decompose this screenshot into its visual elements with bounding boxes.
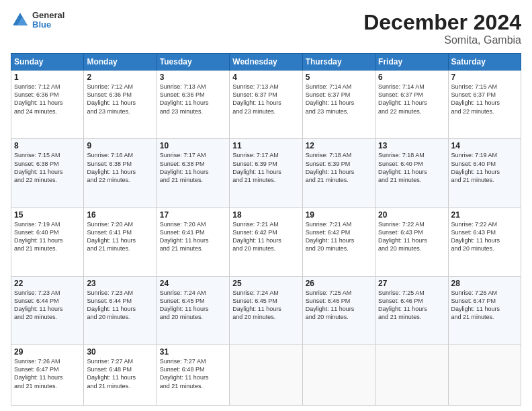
calendar-cell: 25Sunrise: 7:24 AM Sunset: 6:45 PM Dayli… [230, 276, 302, 345]
cell-info: Sunrise: 7:21 AM Sunset: 6:42 PM Dayligh… [232, 220, 299, 253]
weekday-header-row: SundayMondayTuesdayWednesdayThursdayFrid… [11, 54, 521, 71]
day-number: 14 [451, 141, 518, 150]
cell-info: Sunrise: 7:14 AM Sunset: 6:37 PM Dayligh… [306, 83, 372, 116]
calendar-cell: 15Sunrise: 7:19 AM Sunset: 6:40 PM Dayli… [11, 208, 84, 276]
day-number: 7 [451, 73, 518, 82]
calendar-cell: 7Sunrise: 7:15 AM Sunset: 6:37 PM Daylig… [448, 71, 521, 139]
week-row-2: 8Sunrise: 7:15 AM Sunset: 6:38 PM Daylig… [11, 139, 521, 208]
day-number: 6 [378, 73, 445, 82]
cell-info: Sunrise: 7:15 AM Sunset: 6:37 PM Dayligh… [451, 83, 518, 116]
day-number: 5 [306, 73, 372, 82]
cell-info: Sunrise: 7:25 AM Sunset: 6:46 PM Dayligh… [306, 289, 372, 322]
cell-info: Sunrise: 7:17 AM Sunset: 6:38 PM Dayligh… [160, 151, 226, 184]
title-block: December 2024 Somita, Gambia [363, 11, 521, 46]
calendar-cell [375, 345, 448, 406]
calendar-cell: 22Sunrise: 7:23 AM Sunset: 6:44 PM Dayli… [11, 276, 84, 345]
day-number: 1 [14, 73, 81, 82]
cell-info: Sunrise: 7:19 AM Sunset: 6:40 PM Dayligh… [451, 151, 518, 184]
calendar-cell: 27Sunrise: 7:25 AM Sunset: 6:46 PM Dayli… [375, 276, 448, 345]
calendar-table: SundayMondayTuesdayWednesdayThursdayFrid… [11, 53, 521, 406]
day-number: 13 [378, 141, 445, 150]
calendar-cell: 5Sunrise: 7:14 AM Sunset: 6:37 PM Daylig… [302, 71, 375, 139]
cell-info: Sunrise: 7:20 AM Sunset: 6:41 PM Dayligh… [160, 220, 226, 253]
calendar-cell: 30Sunrise: 7:27 AM Sunset: 6:48 PM Dayli… [84, 345, 157, 406]
day-number: 12 [306, 141, 372, 150]
calendar-cell: 19Sunrise: 7:21 AM Sunset: 6:42 PM Dayli… [302, 208, 375, 276]
cell-info: Sunrise: 7:23 AM Sunset: 6:44 PM Dayligh… [87, 289, 153, 322]
day-number: 23 [87, 279, 153, 288]
cell-info: Sunrise: 7:15 AM Sunset: 6:38 PM Dayligh… [14, 151, 81, 184]
calendar-cell: 29Sunrise: 7:26 AM Sunset: 6:47 PM Dayli… [11, 345, 84, 406]
cell-info: Sunrise: 7:18 AM Sunset: 6:39 PM Dayligh… [306, 151, 372, 184]
day-number: 19 [306, 210, 372, 220]
day-number: 29 [14, 347, 81, 357]
calendar-cell: 1Sunrise: 7:12 AM Sunset: 6:36 PM Daylig… [11, 71, 84, 139]
calendar-cell: 9Sunrise: 7:16 AM Sunset: 6:38 PM Daylig… [84, 139, 157, 208]
day-number: 28 [451, 279, 518, 288]
cell-info: Sunrise: 7:20 AM Sunset: 6:41 PM Dayligh… [87, 220, 153, 253]
cell-info: Sunrise: 7:26 AM Sunset: 6:47 PM Dayligh… [451, 289, 518, 322]
cell-info: Sunrise: 7:22 AM Sunset: 6:43 PM Dayligh… [451, 220, 518, 253]
cell-info: Sunrise: 7:27 AM Sunset: 6:48 PM Dayligh… [160, 357, 226, 390]
day-number: 15 [14, 210, 81, 220]
cell-info: Sunrise: 7:13 AM Sunset: 6:37 PM Dayligh… [232, 83, 299, 116]
day-number: 22 [14, 279, 81, 288]
day-number: 2 [87, 73, 153, 82]
cell-info: Sunrise: 7:13 AM Sunset: 6:36 PM Dayligh… [160, 83, 226, 116]
calendar-cell: 13Sunrise: 7:18 AM Sunset: 6:40 PM Dayli… [375, 139, 448, 208]
weekday-header-tuesday: Tuesday [157, 54, 229, 71]
calendar-cell: 14Sunrise: 7:19 AM Sunset: 6:40 PM Dayli… [448, 139, 521, 208]
weekday-header-thursday: Thursday [302, 54, 375, 71]
calendar-cell: 16Sunrise: 7:20 AM Sunset: 6:41 PM Dayli… [84, 208, 157, 276]
cell-info: Sunrise: 7:17 AM Sunset: 6:39 PM Dayligh… [232, 151, 299, 184]
calendar-cell [448, 345, 521, 406]
day-number: 16 [87, 210, 153, 220]
day-number: 24 [160, 279, 226, 288]
cell-info: Sunrise: 7:18 AM Sunset: 6:40 PM Dayligh… [378, 151, 445, 184]
page: General Blue December 2024 Somita, Gambi… [0, 0, 532, 411]
day-number: 26 [306, 279, 372, 288]
week-row-1: 1Sunrise: 7:12 AM Sunset: 6:36 PM Daylig… [11, 71, 521, 139]
cell-info: Sunrise: 7:22 AM Sunset: 6:43 PM Dayligh… [378, 220, 445, 253]
week-row-3: 15Sunrise: 7:19 AM Sunset: 6:40 PM Dayli… [11, 208, 521, 276]
day-number: 8 [14, 141, 81, 150]
day-number: 18 [232, 210, 299, 220]
cell-info: Sunrise: 7:24 AM Sunset: 6:45 PM Dayligh… [160, 289, 226, 322]
day-number: 20 [378, 210, 445, 220]
calendar-cell: 11Sunrise: 7:17 AM Sunset: 6:39 PM Dayli… [230, 139, 302, 208]
calendar-cell: 17Sunrise: 7:20 AM Sunset: 6:41 PM Dayli… [157, 208, 229, 276]
calendar-cell: 21Sunrise: 7:22 AM Sunset: 6:43 PM Dayli… [448, 208, 521, 276]
day-number: 27 [378, 279, 445, 288]
weekday-header-monday: Monday [84, 54, 157, 71]
day-number: 25 [232, 279, 299, 288]
logo-text: General Blue [32, 11, 64, 30]
calendar-cell: 31Sunrise: 7:27 AM Sunset: 6:48 PM Dayli… [157, 345, 229, 406]
cell-info: Sunrise: 7:26 AM Sunset: 6:47 PM Dayligh… [14, 357, 81, 390]
cell-info: Sunrise: 7:12 AM Sunset: 6:36 PM Dayligh… [87, 83, 153, 116]
calendar-cell: 12Sunrise: 7:18 AM Sunset: 6:39 PM Dayli… [302, 139, 375, 208]
cell-info: Sunrise: 7:14 AM Sunset: 6:37 PM Dayligh… [378, 83, 445, 116]
calendar-cell [302, 345, 375, 406]
day-number: 3 [160, 73, 226, 82]
calendar-cell: 18Sunrise: 7:21 AM Sunset: 6:42 PM Dayli… [230, 208, 302, 276]
logo-icon [11, 11, 30, 30]
cell-info: Sunrise: 7:21 AM Sunset: 6:42 PM Dayligh… [306, 220, 372, 253]
calendar-cell: 28Sunrise: 7:26 AM Sunset: 6:47 PM Dayli… [448, 276, 521, 345]
calendar-cell: 3Sunrise: 7:13 AM Sunset: 6:36 PM Daylig… [157, 71, 229, 139]
weekday-header-saturday: Saturday [448, 54, 521, 71]
calendar-cell: 24Sunrise: 7:24 AM Sunset: 6:45 PM Dayli… [157, 276, 229, 345]
day-number: 11 [232, 141, 299, 150]
calendar-cell: 6Sunrise: 7:14 AM Sunset: 6:37 PM Daylig… [375, 71, 448, 139]
day-number: 31 [160, 347, 226, 357]
day-number: 17 [160, 210, 226, 220]
calendar-cell: 20Sunrise: 7:22 AM Sunset: 6:43 PM Dayli… [375, 208, 448, 276]
calendar-cell: 8Sunrise: 7:15 AM Sunset: 6:38 PM Daylig… [11, 139, 84, 208]
weekday-header-sunday: Sunday [11, 54, 84, 71]
calendar-cell: 26Sunrise: 7:25 AM Sunset: 6:46 PM Dayli… [302, 276, 375, 345]
calendar-subtitle: Somita, Gambia [363, 34, 521, 46]
calendar-cell [230, 345, 302, 406]
cell-info: Sunrise: 7:27 AM Sunset: 6:48 PM Dayligh… [87, 357, 153, 390]
cell-info: Sunrise: 7:19 AM Sunset: 6:40 PM Dayligh… [14, 220, 81, 253]
cell-info: Sunrise: 7:23 AM Sunset: 6:44 PM Dayligh… [14, 289, 81, 322]
cell-info: Sunrise: 7:16 AM Sunset: 6:38 PM Dayligh… [87, 151, 153, 184]
